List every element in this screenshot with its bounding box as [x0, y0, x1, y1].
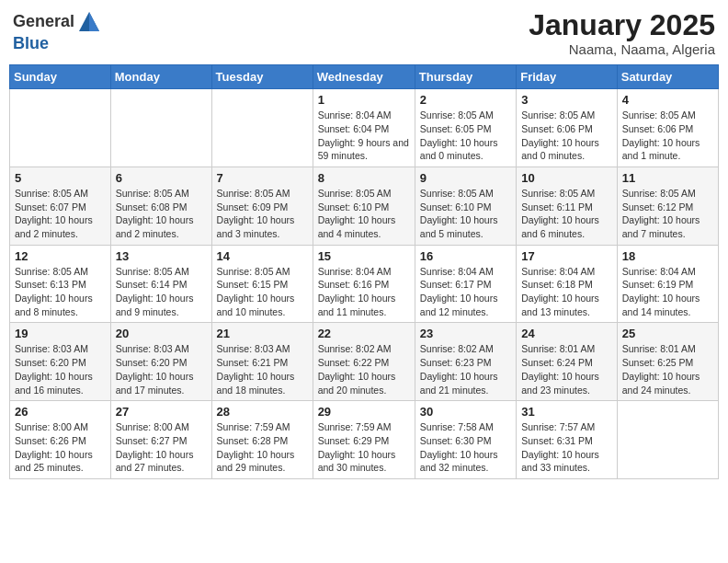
day-number: 31: [521, 405, 612, 419]
calendar-cell: [10, 89, 111, 167]
calendar-cell: 3Sunrise: 8:05 AMSunset: 6:06 PMDaylight…: [517, 89, 618, 167]
calendar-cell: 6Sunrise: 8:05 AMSunset: 6:08 PMDaylight…: [110, 167, 211, 245]
calendar-cell: 5Sunrise: 8:05 AMSunset: 6:07 PMDaylight…: [10, 167, 111, 245]
day-number: 22: [318, 327, 410, 340]
day-info: Sunrise: 8:03 AMSunset: 6:20 PMDaylight:…: [116, 342, 207, 396]
weekday-header-sunday: Sunday: [10, 65, 111, 89]
day-info: Sunrise: 8:05 AMSunset: 6:12 PMDaylight:…: [622, 187, 713, 241]
calendar-cell: 11Sunrise: 8:05 AMSunset: 6:12 PMDayligh…: [617, 167, 718, 245]
day-info: Sunrise: 7:57 AMSunset: 6:31 PMDaylight:…: [521, 420, 612, 475]
day-number: 9: [420, 171, 511, 185]
day-number: 19: [15, 327, 106, 340]
day-number: 21: [217, 327, 308, 340]
weekday-header-wednesday: Wednesday: [313, 65, 415, 89]
day-info: Sunrise: 8:02 AMSunset: 6:23 PMDaylight:…: [420, 342, 511, 396]
calendar-cell: 24Sunrise: 8:01 AMSunset: 6:24 PMDayligh…: [517, 323, 618, 401]
day-number: 25: [622, 327, 713, 340]
day-number: 12: [15, 249, 106, 263]
day-info: Sunrise: 8:05 AMSunset: 6:09 PMDaylight:…: [217, 187, 308, 241]
day-number: 30: [420, 405, 511, 419]
day-info: Sunrise: 8:05 AMSunset: 6:10 PMDaylight:…: [318, 187, 410, 241]
calendar-cell: 20Sunrise: 8:03 AMSunset: 6:20 PMDayligh…: [110, 323, 211, 401]
day-number: 2: [420, 93, 511, 107]
weekday-header-monday: Monday: [110, 65, 211, 89]
day-info: Sunrise: 8:00 AMSunset: 6:27 PMDaylight:…: [116, 420, 207, 475]
logo-general: General: [13, 12, 74, 30]
day-info: Sunrise: 8:05 AMSunset: 6:10 PMDaylight:…: [420, 187, 511, 241]
weekday-header-saturday: Saturday: [617, 65, 718, 89]
day-info: Sunrise: 8:01 AMSunset: 6:24 PMDaylight:…: [521, 342, 612, 396]
calendar-cell: 19Sunrise: 8:03 AMSunset: 6:20 PMDayligh…: [10, 323, 111, 401]
calendar-cell: 10Sunrise: 8:05 AMSunset: 6:11 PMDayligh…: [517, 167, 618, 245]
day-number: 7: [217, 171, 308, 185]
calendar-cell: 17Sunrise: 8:04 AMSunset: 6:18 PMDayligh…: [517, 245, 618, 323]
page-header: General Blue January 2025 Naama, Naama, …: [9, 9, 719, 57]
day-number: 11: [622, 171, 713, 185]
day-info: Sunrise: 7:58 AMSunset: 6:30 PMDaylight:…: [420, 420, 511, 475]
day-number: 28: [217, 405, 308, 419]
calendar-cell: 28Sunrise: 7:59 AMSunset: 6:28 PMDayligh…: [211, 401, 313, 479]
day-info: Sunrise: 8:05 AMSunset: 6:05 PMDaylight:…: [420, 109, 511, 163]
day-info: Sunrise: 8:05 AMSunset: 6:06 PMDaylight:…: [622, 109, 713, 163]
calendar: SundayMondayTuesdayWednesdayThursdayFrid…: [9, 64, 719, 479]
day-info: Sunrise: 8:02 AMSunset: 6:22 PMDaylight:…: [318, 342, 410, 396]
day-info: Sunrise: 8:05 AMSunset: 6:08 PMDaylight:…: [116, 187, 207, 241]
calendar-cell: 30Sunrise: 7:58 AMSunset: 6:30 PMDayligh…: [415, 401, 516, 479]
calendar-cell: 26Sunrise: 8:00 AMSunset: 6:26 PMDayligh…: [10, 401, 111, 479]
calendar-cell: 8Sunrise: 8:05 AMSunset: 6:10 PMDaylight…: [313, 167, 415, 245]
day-info: Sunrise: 8:03 AMSunset: 6:21 PMDaylight:…: [217, 342, 308, 396]
day-number: 26: [15, 405, 106, 419]
calendar-cell: 22Sunrise: 8:02 AMSunset: 6:22 PMDayligh…: [313, 323, 415, 401]
day-info: Sunrise: 8:00 AMSunset: 6:26 PMDaylight:…: [15, 420, 106, 475]
calendar-cell: 23Sunrise: 8:02 AMSunset: 6:23 PMDayligh…: [415, 323, 516, 401]
calendar-cell: [110, 89, 211, 167]
day-info: Sunrise: 8:05 AMSunset: 6:07 PMDaylight:…: [15, 187, 106, 241]
day-info: Sunrise: 8:04 AMSunset: 6:04 PMDaylight:…: [318, 109, 410, 163]
day-number: 14: [217, 249, 308, 263]
logo-blue: Blue: [13, 35, 104, 53]
day-number: 17: [521, 249, 612, 263]
day-number: 1: [318, 93, 410, 107]
month-title: January 2025: [529, 9, 715, 41]
day-info: Sunrise: 7:59 AMSunset: 6:28 PMDaylight:…: [217, 420, 308, 475]
day-number: 23: [420, 327, 511, 340]
calendar-cell: 21Sunrise: 8:03 AMSunset: 6:21 PMDayligh…: [211, 323, 313, 401]
calendar-cell: [211, 89, 313, 167]
day-number: 6: [116, 171, 207, 185]
day-number: 29: [318, 405, 410, 419]
day-number: 15: [318, 249, 410, 263]
calendar-cell: 18Sunrise: 8:04 AMSunset: 6:19 PMDayligh…: [617, 245, 718, 323]
location: Naama, Naama, Algeria: [529, 41, 715, 57]
weekday-header-tuesday: Tuesday: [211, 65, 313, 89]
day-info: Sunrise: 8:04 AMSunset: 6:18 PMDaylight:…: [521, 265, 612, 319]
calendar-cell: 9Sunrise: 8:05 AMSunset: 6:10 PMDaylight…: [415, 167, 516, 245]
calendar-cell: 13Sunrise: 8:05 AMSunset: 6:14 PMDayligh…: [110, 245, 211, 323]
day-number: 18: [622, 249, 713, 263]
day-number: 13: [116, 249, 207, 263]
calendar-cell: 14Sunrise: 8:05 AMSunset: 6:15 PMDayligh…: [211, 245, 313, 323]
day-info: Sunrise: 8:03 AMSunset: 6:20 PMDaylight:…: [15, 342, 106, 396]
day-info: Sunrise: 8:05 AMSunset: 6:13 PMDaylight:…: [15, 265, 106, 319]
day-info: Sunrise: 8:05 AMSunset: 6:06 PMDaylight:…: [521, 109, 612, 163]
weekday-header-thursday: Thursday: [415, 65, 516, 89]
calendar-cell: 2Sunrise: 8:05 AMSunset: 6:05 PMDaylight…: [415, 89, 516, 167]
day-info: Sunrise: 8:04 AMSunset: 6:16 PMDaylight:…: [318, 265, 410, 319]
day-info: Sunrise: 8:05 AMSunset: 6:14 PMDaylight:…: [116, 265, 207, 319]
day-number: 3: [521, 93, 612, 107]
calendar-cell: 7Sunrise: 8:05 AMSunset: 6:09 PMDaylight…: [211, 167, 313, 245]
svg-marker-1: [89, 12, 99, 31]
weekday-header-friday: Friday: [517, 65, 618, 89]
calendar-cell: 25Sunrise: 8:01 AMSunset: 6:25 PMDayligh…: [617, 323, 718, 401]
day-number: 4: [622, 93, 713, 107]
calendar-cell: 1Sunrise: 8:04 AMSunset: 6:04 PMDaylight…: [313, 89, 415, 167]
calendar-cell: 15Sunrise: 8:04 AMSunset: 6:16 PMDayligh…: [313, 245, 415, 323]
calendar-cell: 29Sunrise: 7:59 AMSunset: 6:29 PMDayligh…: [313, 401, 415, 479]
day-info: Sunrise: 8:05 AMSunset: 6:15 PMDaylight:…: [217, 265, 308, 319]
day-number: 20: [116, 327, 207, 340]
day-info: Sunrise: 8:01 AMSunset: 6:25 PMDaylight:…: [622, 342, 713, 396]
day-info: Sunrise: 8:04 AMSunset: 6:17 PMDaylight:…: [420, 265, 511, 319]
day-info: Sunrise: 8:05 AMSunset: 6:11 PMDaylight:…: [521, 187, 612, 241]
day-number: 8: [318, 171, 410, 185]
logo: General Blue: [13, 9, 104, 53]
calendar-cell: 31Sunrise: 7:57 AMSunset: 6:31 PMDayligh…: [517, 401, 618, 479]
